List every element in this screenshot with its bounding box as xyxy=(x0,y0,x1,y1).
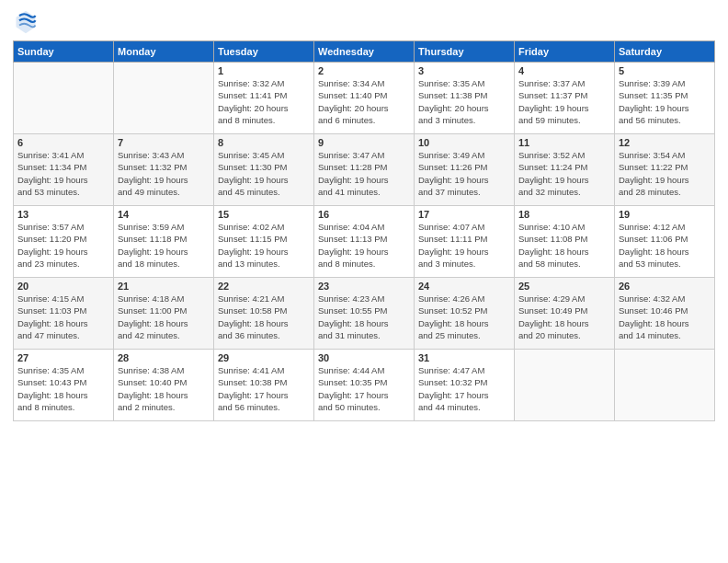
day-number: 4 xyxy=(518,65,610,76)
calendar-cell: 27Sunrise: 4:35 AM Sunset: 10:43 PM Dayl… xyxy=(14,350,114,421)
calendar-cell xyxy=(14,63,114,134)
day-detail: Sunrise: 3:37 AM Sunset: 11:37 PM Daylig… xyxy=(518,77,610,126)
calendar-cell: 31Sunrise: 4:47 AM Sunset: 10:32 PM Dayl… xyxy=(415,350,515,421)
calendar-cell xyxy=(515,350,615,421)
calendar-cell: 11Sunrise: 3:52 AM Sunset: 11:24 PM Dayl… xyxy=(515,134,615,206)
day-number: 19 xyxy=(619,209,711,220)
day-detail: Sunrise: 4:44 AM Sunset: 10:35 PM Daylig… xyxy=(318,364,410,413)
calendar-cell: 5Sunrise: 3:39 AM Sunset: 11:35 PM Dayli… xyxy=(615,63,715,134)
header-cell-wednesday: Wednesday xyxy=(314,41,415,63)
header-cell-thursday: Thursday xyxy=(415,41,515,63)
day-number: 21 xyxy=(118,281,210,292)
calendar-cell: 9Sunrise: 3:47 AM Sunset: 11:28 PM Dayli… xyxy=(314,134,415,206)
calendar-cell: 28Sunrise: 4:38 AM Sunset: 10:40 PM Dayl… xyxy=(114,350,214,421)
day-number: 7 xyxy=(118,137,210,148)
calendar-cell: 4Sunrise: 3:37 AM Sunset: 11:37 PM Dayli… xyxy=(515,63,615,134)
day-detail: Sunrise: 4:10 AM Sunset: 11:08 PM Daylig… xyxy=(518,221,610,270)
day-number: 2 xyxy=(318,65,410,76)
header xyxy=(13,9,715,35)
calendar-cell: 21Sunrise: 4:18 AM Sunset: 11:00 PM Dayl… xyxy=(114,278,214,350)
day-detail: Sunrise: 4:21 AM Sunset: 10:58 PM Daylig… xyxy=(218,293,310,341)
calendar-cell: 24Sunrise: 4:26 AM Sunset: 10:52 PM Dayl… xyxy=(415,278,515,350)
calendar-cell: 2Sunrise: 3:34 AM Sunset: 11:40 PM Dayli… xyxy=(314,63,415,134)
day-number: 22 xyxy=(218,281,310,292)
day-number: 11 xyxy=(518,137,610,148)
day-number: 13 xyxy=(17,209,109,220)
header-cell-friday: Friday xyxy=(515,41,615,63)
day-number: 23 xyxy=(318,281,410,292)
day-detail: Sunrise: 3:34 AM Sunset: 11:40 PM Daylig… xyxy=(318,77,410,126)
header-cell-monday: Monday xyxy=(114,41,214,63)
day-number: 6 xyxy=(17,137,109,148)
day-detail: Sunrise: 4:12 AM Sunset: 11:06 PM Daylig… xyxy=(619,221,711,270)
day-number: 25 xyxy=(518,281,610,292)
day-detail: Sunrise: 4:18 AM Sunset: 11:00 PM Daylig… xyxy=(118,293,210,341)
calendar-cell: 15Sunrise: 4:02 AM Sunset: 11:15 PM Dayl… xyxy=(214,206,314,278)
calendar-cell: 23Sunrise: 4:23 AM Sunset: 10:55 PM Dayl… xyxy=(314,278,415,350)
day-detail: Sunrise: 3:41 AM Sunset: 11:34 PM Daylig… xyxy=(17,149,109,198)
calendar-cell xyxy=(615,350,715,421)
calendar-row: 27Sunrise: 4:35 AM Sunset: 10:43 PM Dayl… xyxy=(14,350,715,421)
calendar-row: 13Sunrise: 3:57 AM Sunset: 11:20 PM Dayl… xyxy=(14,206,715,278)
calendar-row: 1Sunrise: 3:32 AM Sunset: 11:41 PM Dayli… xyxy=(14,63,715,134)
day-detail: Sunrise: 3:49 AM Sunset: 11:26 PM Daylig… xyxy=(418,149,510,198)
calendar-cell: 8Sunrise: 3:45 AM Sunset: 11:30 PM Dayli… xyxy=(214,134,314,206)
logo-icon xyxy=(13,9,39,35)
day-number: 20 xyxy=(17,281,109,292)
day-number: 5 xyxy=(619,65,711,76)
day-detail: Sunrise: 4:35 AM Sunset: 10:43 PM Daylig… xyxy=(17,364,109,413)
calendar-cell: 20Sunrise: 4:15 AM Sunset: 11:03 PM Dayl… xyxy=(14,278,114,350)
day-number: 1 xyxy=(218,65,310,76)
day-detail: Sunrise: 4:41 AM Sunset: 10:38 PM Daylig… xyxy=(218,364,310,413)
day-number: 18 xyxy=(518,209,610,220)
calendar-cell: 18Sunrise: 4:10 AM Sunset: 11:08 PM Dayl… xyxy=(515,206,615,278)
calendar-cell: 14Sunrise: 3:59 AM Sunset: 11:18 PM Dayl… xyxy=(114,206,214,278)
calendar-cell: 13Sunrise: 3:57 AM Sunset: 11:20 PM Dayl… xyxy=(14,206,114,278)
day-number: 29 xyxy=(218,352,310,363)
day-number: 28 xyxy=(118,352,210,363)
day-detail: Sunrise: 3:47 AM Sunset: 11:28 PM Daylig… xyxy=(318,149,410,198)
day-number: 3 xyxy=(418,65,510,76)
day-number: 24 xyxy=(418,281,510,292)
calendar-cell: 26Sunrise: 4:32 AM Sunset: 10:46 PM Dayl… xyxy=(615,278,715,350)
day-detail: Sunrise: 4:38 AM Sunset: 10:40 PM Daylig… xyxy=(118,364,210,413)
header-cell-saturday: Saturday xyxy=(615,41,715,63)
calendar-cell: 3Sunrise: 3:35 AM Sunset: 11:38 PM Dayli… xyxy=(415,63,515,134)
calendar-cell: 17Sunrise: 4:07 AM Sunset: 11:11 PM Dayl… xyxy=(415,206,515,278)
day-number: 31 xyxy=(418,352,510,363)
day-number: 10 xyxy=(418,137,510,148)
calendar-cell: 6Sunrise: 3:41 AM Sunset: 11:34 PM Dayli… xyxy=(14,134,114,206)
day-detail: Sunrise: 3:35 AM Sunset: 11:38 PM Daylig… xyxy=(418,77,510,126)
calendar-cell: 25Sunrise: 4:29 AM Sunset: 10:49 PM Dayl… xyxy=(515,278,615,350)
day-number: 30 xyxy=(318,352,410,363)
day-detail: Sunrise: 4:07 AM Sunset: 11:11 PM Daylig… xyxy=(418,221,510,270)
calendar-cell: 12Sunrise: 3:54 AM Sunset: 11:22 PM Dayl… xyxy=(615,134,715,206)
header-row: SundayMondayTuesdayWednesdayThursdayFrid… xyxy=(14,41,715,63)
day-detail: Sunrise: 3:59 AM Sunset: 11:18 PM Daylig… xyxy=(118,221,210,270)
day-detail: Sunrise: 3:52 AM Sunset: 11:24 PM Daylig… xyxy=(518,149,610,198)
day-detail: Sunrise: 4:47 AM Sunset: 10:32 PM Daylig… xyxy=(418,364,510,413)
day-number: 14 xyxy=(118,209,210,220)
day-detail: Sunrise: 3:54 AM Sunset: 11:22 PM Daylig… xyxy=(619,149,711,198)
calendar-cell xyxy=(114,63,214,134)
day-detail: Sunrise: 4:23 AM Sunset: 10:55 PM Daylig… xyxy=(318,293,410,341)
day-detail: Sunrise: 3:43 AM Sunset: 11:32 PM Daylig… xyxy=(118,149,210,198)
day-number: 27 xyxy=(17,352,109,363)
page: SundayMondayTuesdayWednesdayThursdayFrid… xyxy=(0,0,728,563)
calendar-row: 6Sunrise: 3:41 AM Sunset: 11:34 PM Dayli… xyxy=(14,134,715,206)
day-number: 26 xyxy=(619,281,711,292)
day-detail: Sunrise: 3:39 AM Sunset: 11:35 PM Daylig… xyxy=(619,77,711,126)
day-detail: Sunrise: 4:32 AM Sunset: 10:46 PM Daylig… xyxy=(619,293,711,341)
calendar-table: SundayMondayTuesdayWednesdayThursdayFrid… xyxy=(13,40,715,421)
calendar-cell: 7Sunrise: 3:43 AM Sunset: 11:32 PM Dayli… xyxy=(114,134,214,206)
calendar-cell: 30Sunrise: 4:44 AM Sunset: 10:35 PM Dayl… xyxy=(314,350,415,421)
calendar-row: 20Sunrise: 4:15 AM Sunset: 11:03 PM Dayl… xyxy=(14,278,715,350)
calendar-cell: 19Sunrise: 4:12 AM Sunset: 11:06 PM Dayl… xyxy=(615,206,715,278)
logo xyxy=(13,9,43,35)
day-number: 15 xyxy=(218,209,310,220)
header-cell-tuesday: Tuesday xyxy=(214,41,314,63)
day-detail: Sunrise: 4:29 AM Sunset: 10:49 PM Daylig… xyxy=(518,293,610,341)
day-detail: Sunrise: 3:57 AM Sunset: 11:20 PM Daylig… xyxy=(17,221,109,270)
day-detail: Sunrise: 3:45 AM Sunset: 11:30 PM Daylig… xyxy=(218,149,310,198)
day-number: 17 xyxy=(418,209,510,220)
